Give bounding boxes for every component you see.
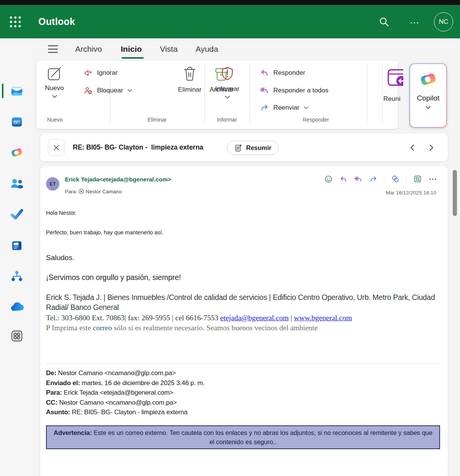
block-button[interactable]: Bloquear [84, 86, 132, 95]
external-sender-icon [78, 188, 84, 194]
eco-notice-line: P Imprima este correo sólo si es realmen… [46, 323, 440, 333]
more-options-button[interactable]: … [406, 13, 424, 31]
reading-pane: ET Erick Tejada<etejada@bgeneral.com> Pa… [40, 166, 448, 476]
tab-vista[interactable]: Vista [160, 41, 177, 57]
quoted-label: CC: [46, 399, 58, 406]
message-date: Mar 16/12/2025 16:10 [386, 190, 436, 196]
email-link[interactable]: etejada@bgeneral.com [220, 314, 289, 322]
reply-all-label: Responder a todos [273, 87, 329, 94]
rail-item-mail[interactable] [0, 80, 34, 102]
reply-all-quick-button[interactable] [354, 175, 363, 183]
newsletter-icon [10, 239, 24, 252]
close-message-button[interactable] [48, 139, 64, 156]
new-mail-button[interactable]: Nuevo [43, 65, 66, 98]
message-apps-button[interactable] [413, 175, 422, 183]
rail-item-todo[interactable] [0, 203, 34, 225]
website-link[interactable]: www.bgeneral.com [294, 314, 352, 322]
tab-ayuda[interactable]: Ayuda [196, 41, 218, 57]
quoted-header-row: Enviado el: martes, 16 de diciembre de 2… [46, 378, 440, 388]
next-message-button[interactable] [426, 143, 436, 153]
rail-item-people[interactable] [0, 173, 34, 194]
eco-correo-word: correo [93, 324, 112, 332]
block-person-icon [84, 86, 93, 95]
new-mail-label: Nuevo [45, 84, 64, 92]
shield-alert-icon [218, 65, 237, 84]
signature-contact-line: Tel.: 303-6800 Ext. 70863| fax: 269-5955… [46, 313, 440, 323]
reply-all-button[interactable]: Responder a todos [260, 86, 329, 95]
summarize-button[interactable]: Resumir [227, 141, 279, 155]
summarize-label: Resumir [246, 144, 271, 152]
group-label-informar: Informar [204, 115, 250, 124]
reply-quick-button[interactable] [339, 175, 348, 183]
meeting-reply-button[interactable]: Reuni [381, 65, 403, 112]
recipient-name[interactable]: Nestor Camano [85, 189, 122, 194]
para-label: Para: [65, 189, 77, 194]
reactions-button[interactable] [324, 175, 333, 183]
rail-item-news[interactable] [0, 235, 34, 256]
divider [384, 175, 384, 183]
tab-inicio[interactable]: Inicio [121, 41, 142, 57]
sender-name[interactable]: Erick Tejada<etejada@bgeneral.com> [65, 176, 171, 183]
rail-item-copilot[interactable] [0, 142, 34, 163]
apps-grid-icon [413, 175, 422, 183]
loop-icon [391, 175, 400, 183]
sender-avatar[interactable]: ET [46, 177, 59, 191]
mail-icon [10, 84, 24, 98]
quoted-header-row: CC: Nestor Camano <ncamano@glp.com.pa> [46, 398, 440, 408]
report-button[interactable]: Informar [211, 65, 243, 99]
rail-item-onedrive[interactable] [0, 296, 34, 318]
rail-item-calendar[interactable] [0, 111, 34, 133]
signature-tel: Tel.: 303-6800 Ext. 70863| fax: 269-5955… [46, 314, 220, 322]
ignore-button[interactable]: Ignorar [84, 68, 118, 77]
reply-button[interactable]: Responder [260, 68, 305, 77]
previous-message-button[interactable] [407, 143, 417, 153]
app-launcher-button[interactable] [7, 13, 24, 30]
waffle-icon [9, 15, 22, 28]
close-icon [53, 144, 60, 152]
ignore-label: Ignorar [97, 69, 118, 77]
copilot-button[interactable]: Copilot [409, 63, 447, 128]
search-icon [378, 16, 390, 28]
group-label-responder: Responder [250, 115, 382, 124]
group-divider [382, 63, 383, 126]
scrollbar-thumb[interactable] [453, 170, 457, 216]
quoted-header-row: Para: Erick Tejada <etejada@bgeneral.com… [46, 388, 440, 398]
message-action-bar [324, 175, 437, 183]
forward-quick-button[interactable] [369, 175, 378, 183]
tab-archivo[interactable]: Archivo [75, 41, 102, 57]
ignore-speaker-icon [84, 68, 93, 77]
chevron-down-icon [425, 105, 431, 109]
more-apps-icon [10, 329, 24, 343]
chevron-down-icon [127, 89, 132, 92]
rail-item-more-apps[interactable] [0, 325, 34, 347]
message-body: Hola Nestor. Perfecto, buen trabajo, hay… [46, 209, 440, 449]
calendar-icon [10, 115, 24, 129]
smiley-icon [324, 175, 333, 183]
delete-label: Eliminar [178, 86, 201, 94]
loop-button[interactable] [391, 175, 400, 183]
forward-button[interactable]: Reenviar [260, 103, 309, 112]
rail-item-org-chart[interactable] [0, 265, 34, 287]
onedrive-icon [9, 301, 25, 312]
more-actions-button[interactable] [429, 175, 437, 183]
quoted-value: Erick Tejada <etejada@bgeneral.com> [62, 389, 173, 396]
tree-glyph: P [46, 324, 50, 332]
meeting-label: Reuni [383, 95, 400, 103]
body-paragraph: Saludos. [46, 253, 440, 263]
link-separator: | [289, 314, 294, 322]
quoted-headers: De: Nestor Camano <ncamano@glp.com.pa> E… [46, 368, 440, 417]
trash-icon [181, 65, 199, 84]
body-paragraph: ¡Servimos con orgullo y pasión, siempre! [46, 272, 440, 282]
quoted-label: Para: [46, 389, 62, 396]
search-button[interactable] [375, 13, 393, 31]
delete-button[interactable]: Eliminar [175, 65, 204, 94]
summarize-sparkle-icon [234, 144, 243, 152]
account-avatar[interactable]: NC [434, 12, 453, 31]
body-paragraph: Hola Nestor. [46, 209, 440, 217]
quoted-value: Nestor Camano <ncamano@glp.com.pa> [58, 399, 177, 406]
nav-toggle-button[interactable] [44, 41, 61, 58]
ribbon: Nuevo Nuevo Ignorar Bloquear [36, 61, 398, 129]
quoted-header-row: Asunto: RE: BI05- BG- Clayton - limpieza… [46, 407, 440, 417]
chevron-right-icon [429, 144, 434, 152]
todo-check-icon [10, 208, 24, 221]
